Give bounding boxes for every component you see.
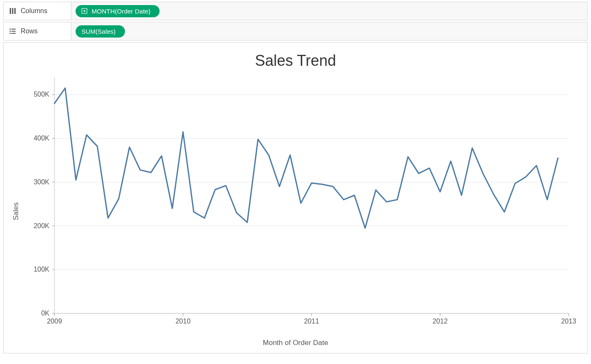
expand-icon[interactable] xyxy=(81,8,87,14)
svg-text:2010: 2010 xyxy=(176,318,191,325)
rows-pill-label: SUM(Sales) xyxy=(81,28,116,35)
svg-text:200K: 200K xyxy=(34,222,50,229)
svg-text:2013: 2013 xyxy=(561,318,576,325)
columns-shelf-label-cell: Columns xyxy=(4,2,71,20)
rows-shelf-label-cell: Rows xyxy=(4,22,71,40)
svg-text:2009: 2009 xyxy=(47,318,62,325)
svg-point-8 xyxy=(10,31,11,32)
svg-text:500K: 500K xyxy=(34,91,50,98)
line-chart[interactable]: 0K100K200K300K400K500K200920102011201220… xyxy=(4,73,581,339)
rows-shelf-label: Rows xyxy=(21,27,38,35)
svg-rect-2 xyxy=(14,8,16,14)
chart-title: Sales Trend xyxy=(4,43,587,73)
x-axis-label: Month of Order Date xyxy=(263,339,328,347)
svg-text:100K: 100K xyxy=(34,266,50,273)
svg-text:0K: 0K xyxy=(41,310,49,317)
columns-pill[interactable]: MONTH(Order Date) xyxy=(76,5,160,17)
svg-rect-0 xyxy=(10,8,11,14)
rows-pill[interactable]: SUM(Sales) xyxy=(76,25,125,38)
svg-rect-7 xyxy=(11,29,16,30)
svg-rect-1 xyxy=(12,8,14,14)
svg-text:2012: 2012 xyxy=(433,318,448,325)
rows-icon xyxy=(9,27,16,35)
chart-panel: Sales Trend Sales 0K100K200K300K400K500K… xyxy=(3,42,588,353)
columns-icon xyxy=(9,7,16,15)
columns-pill-area[interactable]: MONTH(Order Date) xyxy=(71,2,587,20)
svg-point-10 xyxy=(10,33,11,34)
chart-area[interactable]: Sales 0K100K200K300K400K500K200920102011… xyxy=(4,73,587,350)
shelf-container: Columns MONTH(Order Date) xyxy=(0,2,591,40)
y-axis-label: Sales xyxy=(12,202,20,221)
columns-pill-label: MONTH(Order Date) xyxy=(92,8,150,15)
svg-text:300K: 300K xyxy=(34,178,50,186)
svg-rect-11 xyxy=(11,33,16,34)
svg-rect-9 xyxy=(11,31,16,32)
svg-text:2011: 2011 xyxy=(304,318,319,325)
rows-pill-area[interactable]: SUM(Sales) xyxy=(71,22,587,40)
columns-shelf-label: Columns xyxy=(21,7,47,15)
rows-shelf[interactable]: Rows SUM(Sales) xyxy=(3,22,588,40)
svg-point-6 xyxy=(10,29,11,30)
columns-shelf[interactable]: Columns MONTH(Order Date) xyxy=(3,2,588,20)
svg-text:400K: 400K xyxy=(34,135,50,142)
